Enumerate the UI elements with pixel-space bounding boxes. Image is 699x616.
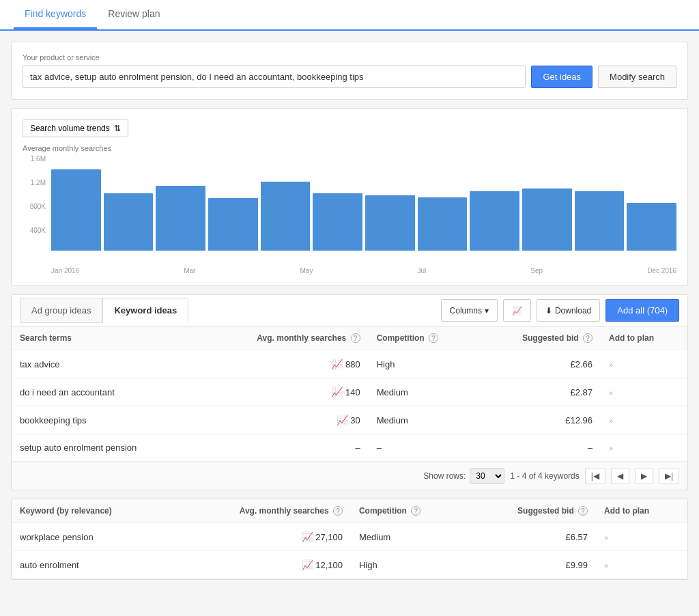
td-avg-ki: 📈 12,100 [173, 551, 351, 579]
x-label-may: May [300, 267, 313, 275]
th-avg-monthly-ki: Avg. monthly searches ? [173, 499, 351, 523]
download-label: Download [555, 306, 591, 316]
td-add: » [601, 350, 687, 378]
bar-may [261, 182, 311, 251]
chevron-down-icon: ▾ [485, 306, 489, 316]
keyword-ideas-header-row: Keyword (by relevance) Avg. monthly sear… [12, 499, 687, 523]
add-chevron-icon[interactable]: » [609, 444, 613, 452]
bar-apr [208, 198, 258, 251]
td-bid: – [479, 434, 601, 462]
download-button[interactable]: ⬇ Download [537, 299, 600, 322]
add-chevron-icon[interactable]: » [609, 417, 613, 425]
td-keyword: auto enrolment [12, 551, 173, 579]
trend-icon[interactable]: 📈 [302, 531, 313, 542]
search-row: Get ideas Modify search [23, 66, 676, 88]
y-label-3: 1.2M [23, 179, 48, 186]
chart-bars [51, 155, 676, 251]
help-icon-bid-ki[interactable]: ? [578, 506, 588, 516]
search-terms-table: Search terms Avg. monthly searches ? Com… [12, 326, 687, 462]
td-avg: – [199, 434, 368, 462]
td-add-ki: » [596, 551, 687, 579]
table-row: workplace pension 📈 27,100 Medium £6.57 … [12, 523, 687, 551]
last-page-button[interactable]: ▶| [659, 468, 679, 484]
td-add: » [601, 434, 687, 462]
td-competition: – [369, 434, 479, 462]
add-chevron-icon[interactable]: » [604, 561, 608, 570]
x-label-sep: Sep [530, 267, 543, 275]
td-competition-ki: Medium [351, 523, 467, 551]
bar-mar [156, 186, 205, 251]
trend-chart-icon: 📈 [512, 306, 522, 316]
bar-nov [575, 191, 625, 251]
search-card: Your product or service Get ideas Modify… [11, 42, 688, 100]
td-avg: 📈 880 [199, 350, 368, 378]
first-page-button[interactable]: |◀ [585, 468, 605, 484]
help-icon-avg-ki[interactable]: ? [333, 506, 343, 516]
help-icon-comp[interactable]: ? [429, 333, 438, 343]
add-chevron-icon[interactable]: » [609, 389, 613, 397]
search-volume-trends-button[interactable]: Search volume trends ⇅ [23, 120, 128, 137]
td-term: bookkeeping tips [12, 406, 199, 434]
tab-ad-group-ideas[interactable]: Ad group ideas [20, 298, 102, 323]
td-add: » [601, 406, 687, 434]
y-label-2: 800K [23, 203, 48, 210]
th-search-terms: Search terms [12, 326, 199, 350]
td-avg-ki: 📈 27,100 [173, 523, 351, 551]
td-term: tax advice [12, 350, 199, 378]
search-input[interactable] [23, 66, 526, 88]
prev-page-button[interactable]: ◀ [611, 468, 629, 484]
td-avg: 📈 140 [199, 378, 368, 406]
trends-btn-label: Search volume trends [30, 124, 110, 133]
keyword-ideas-table: Keyword (by relevance) Avg. monthly sear… [12, 499, 687, 579]
page-info: 1 - 4 of 4 keywords [510, 471, 579, 481]
download-icon: ⬇ [545, 306, 552, 316]
help-icon-comp-ki[interactable]: ? [411, 506, 420, 516]
table-row: do i need an accountant 📈 140 Medium £2.… [12, 378, 687, 406]
add-chevron-icon[interactable]: » [609, 361, 613, 369]
columns-button[interactable]: Columns ▾ [441, 299, 498, 322]
add-all-button[interactable]: Add all (704) [605, 299, 679, 322]
columns-label: Columns [450, 306, 482, 316]
trend-icon[interactable]: 📈 [337, 415, 348, 425]
tab-review-plan[interactable]: Review plan [97, 0, 171, 29]
get-ideas-button[interactable]: Get ideas [531, 66, 593, 88]
th-suggested-bid: Suggested bid ? [479, 326, 601, 350]
x-label-jan: Jan 2016 [51, 267, 79, 275]
y-label-1: 400K [23, 227, 48, 234]
add-chevron-icon[interactable]: » [604, 533, 608, 542]
bar-jan [51, 169, 101, 251]
td-competition: High [369, 350, 479, 378]
table-row: setup auto enrolment pension – – – » [12, 434, 687, 462]
trend-icon[interactable]: 📈 [331, 359, 343, 369]
show-rows-label: Show rows: [423, 471, 466, 481]
trend-icon[interactable]: 📈 [302, 559, 313, 570]
bar-aug [418, 197, 468, 251]
modify-search-button[interactable]: Modify search [598, 66, 676, 88]
td-keyword: workplace pension [12, 523, 173, 551]
rows-select[interactable]: 30 50 100 [470, 468, 504, 484]
th-add-to-plan-ki: Add to plan [596, 499, 687, 523]
help-icon-avg[interactable]: ? [351, 333, 360, 343]
td-bid-ki: £6.57 [467, 523, 596, 551]
next-page-button[interactable]: ▶ [635, 468, 653, 484]
main-content: Your product or service Get ideas Modify… [0, 31, 699, 599]
td-bid-ki: £9.99 [467, 551, 596, 579]
td-bid: £2.87 [479, 378, 601, 406]
td-term: do i need an accountant [12, 378, 199, 406]
top-navigation: Find keywords Review plan [0, 0, 699, 31]
table-row: bookkeeping tips 📈 30 Medium £12.96 » [12, 406, 687, 434]
tab-find-keywords[interactable]: Find keywords [14, 0, 97, 29]
search-terms-header-row: Search terms Avg. monthly searches ? Com… [12, 326, 687, 350]
trend-icon[interactable]: 📈 [331, 387, 343, 397]
chart-y-labels: 1.6M 1.2M 800K 400K [23, 155, 48, 251]
trend-chart-button[interactable]: 📈 [503, 299, 531, 322]
tab-keyword-ideas[interactable]: Keyword ideas [102, 298, 188, 323]
sort-icon: ⇅ [114, 124, 121, 133]
table-row: tax advice 📈 880 High £2.66 » [12, 350, 687, 378]
help-icon-bid[interactable]: ? [583, 333, 593, 343]
bar-jul [365, 195, 415, 251]
pagination-row: Show rows: 30 50 100 1 - 4 of 4 keywords… [12, 462, 687, 490]
ideas-section: Ad group ideas Keyword ideas Columns ▾ 📈… [11, 294, 688, 490]
th-suggested-bid-ki: Suggested bid ? [467, 499, 596, 523]
chart-label: Average monthly searches [23, 144, 676, 152]
